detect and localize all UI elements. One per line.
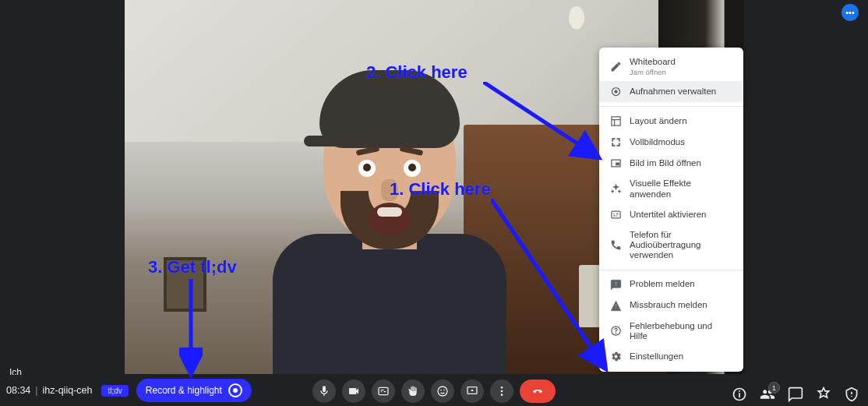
host-controls-button[interactable] xyxy=(843,386,860,403)
menu-item-label: Vollbildmodus xyxy=(630,137,685,147)
svg-point-7 xyxy=(438,387,447,396)
fullscreen-icon xyxy=(610,136,622,148)
present-button[interactable] xyxy=(460,380,484,403)
activities-button[interactable] xyxy=(815,386,832,403)
menu-item-fullscreen[interactable]: Vollbildmodus xyxy=(599,132,743,153)
svg-rect-16 xyxy=(739,390,740,392)
wall-picture xyxy=(164,257,206,312)
sparkle-icon xyxy=(610,183,622,195)
raise-hand-button[interactable] xyxy=(401,380,425,403)
menu-item-label: WhiteboardJam öffnen xyxy=(630,57,676,76)
menu-item-label: Aufnahmen verwalten xyxy=(630,86,716,97)
captions-icon xyxy=(610,209,622,221)
divider: | xyxy=(35,385,37,396)
pencil-icon xyxy=(610,61,622,72)
call-controls xyxy=(312,380,556,403)
menu-item-settings[interactable]: Einstellungen xyxy=(599,346,743,367)
svg-rect-2 xyxy=(616,163,619,165)
menu-item-label: Visuelle Effekte anwenden xyxy=(630,178,732,199)
captions-button[interactable] xyxy=(372,380,395,403)
meeting-time: 08:34 xyxy=(6,385,30,396)
right-panel-controls: 1 xyxy=(731,386,860,403)
svg-rect-3 xyxy=(612,211,620,218)
menu-item-pip[interactable]: Bild im Bild öffnen xyxy=(599,153,743,174)
menu-item-label: Missbrauch melden xyxy=(630,300,707,310)
participants-button[interactable]: 1 xyxy=(759,386,776,403)
svg-point-17 xyxy=(851,396,852,397)
reactions-button[interactable] xyxy=(431,380,454,403)
menu-item-report-problem[interactable]: Problem melden xyxy=(599,274,743,295)
more-options-menu: WhiteboardJam öffnen Aufnahmen verwalten… xyxy=(599,48,743,372)
report-icon xyxy=(610,300,622,312)
feedback-icon xyxy=(610,279,622,291)
svg-point-11 xyxy=(501,387,503,389)
ceiling-fixture xyxy=(569,6,584,30)
record-highlight-button[interactable]: Record & highlight xyxy=(136,379,252,402)
meeting-details-button[interactable] xyxy=(731,386,748,403)
menu-item-whiteboard[interactable]: WhiteboardJam öffnen xyxy=(599,52,743,81)
participant-count-badge: 1 xyxy=(768,382,780,394)
menu-item-label: Telefon für Audioübertragung verwenden xyxy=(630,230,732,261)
chat-button[interactable] xyxy=(787,386,804,403)
gear-icon xyxy=(610,351,622,362)
menu-item-visual-effects[interactable]: Visuelle Effekte anwenden xyxy=(599,174,743,203)
svg-point-12 xyxy=(501,390,503,393)
menu-item-label: Fehlerbehebung und Hilfe xyxy=(630,321,732,341)
menu-item-label: Einstellungen xyxy=(630,351,683,362)
participant-self xyxy=(249,94,530,374)
svg-point-8 xyxy=(440,390,442,391)
menu-item-label: Problem melden xyxy=(630,279,695,289)
svg-point-1 xyxy=(615,90,618,94)
tldv-badge[interactable]: tl;dv xyxy=(101,385,128,397)
menu-item-label: Bild im Bild öffnen xyxy=(630,158,701,168)
menu-item-phone-audio[interactable]: Telefon für Audioübertragung verwenden xyxy=(599,225,743,266)
meeting-code: ihz-qiiq-ceh xyxy=(43,385,93,396)
extension-menu-button[interactable]: ••• xyxy=(842,4,859,21)
record-button-label: Record & highlight xyxy=(146,385,222,396)
svg-point-5 xyxy=(616,333,616,334)
menu-item-label: Layout ändern xyxy=(630,116,687,126)
more-options-button[interactable] xyxy=(490,380,513,403)
layout-icon xyxy=(610,115,622,127)
menu-item-captions[interactable]: Untertitel aktivieren xyxy=(599,204,743,225)
menu-item-troubleshoot[interactable]: Fehlerbehebung und Hilfe xyxy=(599,316,743,346)
end-call-button[interactable] xyxy=(520,380,556,403)
help-icon xyxy=(610,325,622,337)
pip-icon xyxy=(610,157,622,169)
menu-item-report-abuse[interactable]: Missbrauch melden xyxy=(599,295,743,316)
meeting-info: 08:34 | ihz-qiiq-ceh tl;dv Record & high… xyxy=(0,379,252,402)
menu-item-change-layout[interactable]: Layout ändern xyxy=(599,111,743,132)
camera-button[interactable] xyxy=(342,380,365,403)
record-icon xyxy=(228,383,242,397)
svg-rect-6 xyxy=(379,387,388,394)
mic-button[interactable] xyxy=(312,380,336,403)
svg-rect-15 xyxy=(739,393,740,397)
phone-audio-icon xyxy=(610,239,622,251)
record-icon xyxy=(610,86,622,97)
menu-item-manage-recordings[interactable]: Aufnahmen verwalten xyxy=(599,81,743,102)
svg-point-13 xyxy=(501,394,503,396)
svg-point-9 xyxy=(443,390,445,391)
menu-item-label: Untertitel aktivieren xyxy=(630,210,706,220)
